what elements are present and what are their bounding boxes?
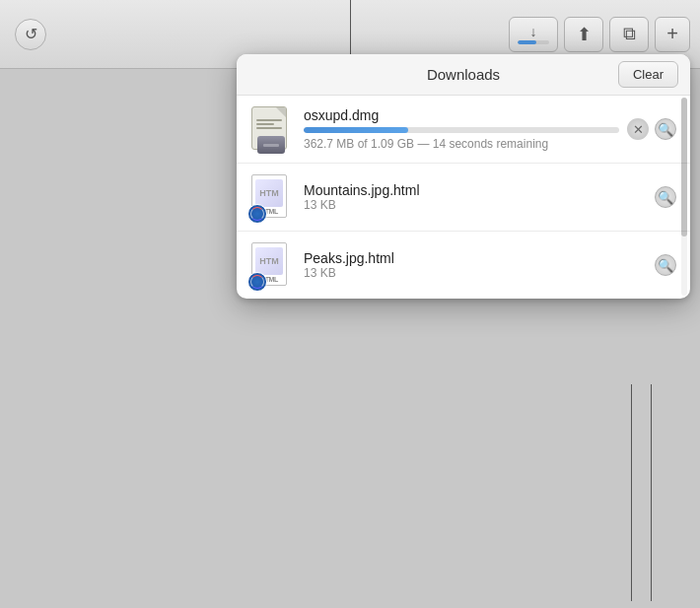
reveal-in-finder-button-3[interactable]: 🔍 bbox=[655, 254, 676, 276]
item-1-actions: ✕ 🔍 bbox=[627, 118, 676, 140]
download-item-dmg: osxupd.dmg 362.7 MB of 1.09 GB — 14 seco… bbox=[237, 96, 690, 164]
add-icon: + bbox=[666, 23, 678, 45]
item-1-info: osxupd.dmg 362.7 MB of 1.09 GB — 14 seco… bbox=[304, 107, 619, 151]
item-2-size: 13 KB bbox=[304, 198, 647, 212]
magnify-icon-2: 🔍 bbox=[658, 190, 673, 205]
download-item-mountains: HTM HTML Mountains.jpg.html 13 KB 🔍 bbox=[237, 164, 690, 232]
downloads-button[interactable]: ↓ bbox=[509, 17, 558, 52]
download-mini-progress-fill bbox=[518, 40, 536, 44]
reveal-in-finder-button-1[interactable]: 🔍 bbox=[655, 118, 676, 140]
item-3-info: Peaks.jpg.html 13 KB bbox=[304, 250, 647, 280]
html-file-icon-peaks: HTM HTML bbox=[250, 241, 292, 289]
item-3-name: Peaks.jpg.html bbox=[304, 250, 647, 266]
magnify-icon-3: 🔍 bbox=[658, 258, 673, 273]
refresh-button[interactable]: ↺ bbox=[15, 19, 46, 50]
tabs-button[interactable]: ⧉ bbox=[609, 17, 649, 52]
item-2-actions: 🔍 bbox=[655, 186, 676, 208]
share-button[interactable]: ⬆ bbox=[564, 17, 603, 52]
item-1-progress-bar bbox=[304, 127, 619, 133]
tabs-icon: ⧉ bbox=[623, 24, 636, 44]
download-btn-inner: ↓ bbox=[518, 25, 549, 44]
scrollbar-track[interactable] bbox=[681, 98, 687, 296]
cancel-download-button[interactable]: ✕ bbox=[627, 118, 649, 140]
clear-button[interactable]: Clear bbox=[618, 61, 678, 88]
item-2-name: Mountains.jpg.html bbox=[304, 182, 647, 198]
item-3-actions: 🔍 bbox=[655, 254, 676, 276]
toolbar-right-section: ↓ ⬆ ⧉ + bbox=[509, 17, 690, 52]
toolbar-left-section: ↺ bbox=[15, 19, 46, 50]
cancel-icon: ✕ bbox=[633, 122, 644, 137]
download-arrow-icon: ↓ bbox=[530, 25, 537, 38]
panel-title: Downloads bbox=[427, 66, 500, 83]
download-mini-progress bbox=[518, 40, 549, 44]
item-1-progress-fill bbox=[304, 127, 408, 133]
annotation-line-right-2 bbox=[651, 384, 652, 601]
add-tab-button[interactable]: + bbox=[655, 17, 690, 52]
download-item-peaks: HTM HTML Peaks.jpg.html 13 KB 🔍 bbox=[237, 232, 690, 299]
reveal-in-finder-button-2[interactable]: 🔍 bbox=[655, 186, 676, 208]
annotation-line-right bbox=[631, 384, 632, 601]
item-1-status: 362.7 MB of 1.09 GB — 14 seconds remaini… bbox=[304, 137, 619, 151]
item-2-info: Mountains.jpg.html 13 KB bbox=[304, 182, 647, 212]
html-file-icon-mountains: HTM HTML bbox=[250, 173, 292, 221]
share-icon: ⬆ bbox=[577, 24, 592, 45]
item-1-name: osxupd.dmg bbox=[304, 107, 619, 123]
panel-header: Downloads Clear bbox=[237, 54, 690, 96]
item-3-size: 13 KB bbox=[304, 266, 647, 280]
magnify-icon: 🔍 bbox=[658, 122, 673, 137]
dmg-file-icon bbox=[250, 105, 292, 153]
scrollbar-thumb bbox=[681, 98, 687, 236]
annotation-line bbox=[350, 0, 351, 54]
downloads-panel: Downloads Clear osxupd.dmg bbox=[237, 54, 690, 299]
refresh-icon: ↺ bbox=[25, 25, 37, 43]
